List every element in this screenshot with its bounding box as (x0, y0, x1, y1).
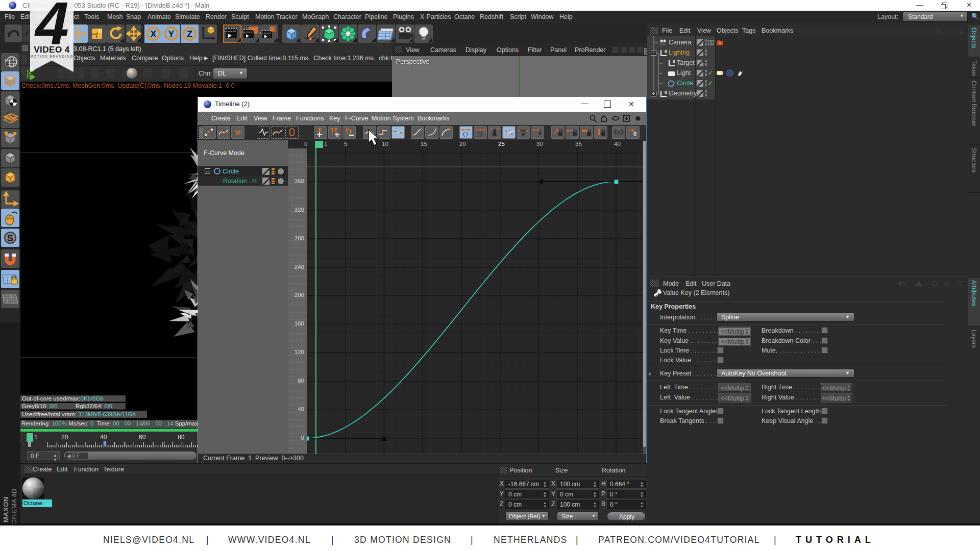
svg-text:( ): ( ) (463, 131, 468, 137)
svg-text:S: S (7, 233, 13, 243)
svg-text:Z: Z (187, 29, 192, 39)
svg-text:0: 0 (633, 131, 636, 137)
svg-text:0: 0 (617, 130, 620, 135)
svg-text:Y: Y (168, 29, 175, 39)
svg-text:M: M (235, 129, 241, 136)
svg-text:X: X (150, 29, 156, 39)
svg-text:0: 0 (665, 90, 667, 95)
svg-text:0: 0 (665, 49, 667, 54)
svg-text:( ): ( ) (477, 131, 482, 137)
svg-text:0: 0 (673, 60, 675, 64)
